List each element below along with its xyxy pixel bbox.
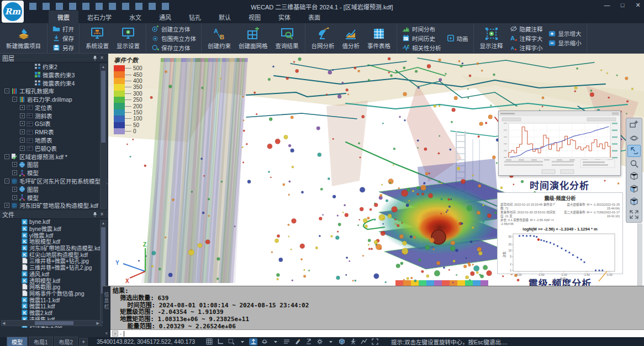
edit-check-icon[interactable] bbox=[68, 2, 77, 11]
scrollbar-thumb[interactable] bbox=[101, 227, 105, 293]
status-icon-caret[interactable] bbox=[326, 338, 335, 345]
tree-expander[interactable]: − bbox=[4, 154, 9, 159]
ribbon-button-显示增大[interactable]: 显示增大 bbox=[547, 29, 583, 38]
ribbon-button-时间分布[interactable]: 时间分布 bbox=[401, 24, 442, 33]
layer-tree-item[interactable]: −岩石力学.drillmap bbox=[0, 95, 108, 103]
tree-expander[interactable]: + bbox=[20, 113, 25, 118]
save-stack-icon[interactable] bbox=[55, 2, 64, 11]
layer-tree-item[interactable]: +模型 bbox=[0, 169, 108, 177]
tree-expander[interactable]: − bbox=[4, 179, 9, 184]
scroll-left-arrow[interactable]: ◀ bbox=[2, 321, 5, 326]
console-side-tab[interactable]: 信息栏 × bbox=[103, 286, 110, 338]
nav-tool-cube-solid[interactable] bbox=[627, 196, 641, 208]
scroll-up-arrow[interactable]: ▲ bbox=[101, 64, 106, 70]
layer-tree-item[interactable]: +地质表 bbox=[0, 136, 108, 144]
tree-expander[interactable]: − bbox=[12, 97, 17, 102]
menu-tab-默认[interactable]: 默认 bbox=[210, 11, 240, 23]
tree-expander[interactable]: + bbox=[4, 203, 9, 208]
menu-tab-钻孔[interactable]: 钻孔 bbox=[180, 11, 210, 23]
ribbon-button-显示设置[interactable]: 显示设置 bbox=[114, 27, 142, 50]
status-icon-brush[interactable] bbox=[293, 338, 302, 345]
tree-expander[interactable]: + bbox=[20, 146, 25, 151]
open-folder-icon[interactable] bbox=[42, 2, 50, 11]
ribbon-button-显示注释[interactable]: 显示注释 bbox=[478, 27, 505, 50]
tree-expander[interactable]: + bbox=[12, 162, 17, 167]
close-button[interactable]: ✕ bbox=[634, 2, 642, 9]
menu-tab-实体[interactable]: 实体 bbox=[270, 11, 299, 23]
status-icon-caret[interactable] bbox=[271, 338, 279, 345]
menu-tab-岩石力学[interactable]: 岩石力学 bbox=[78, 11, 120, 23]
layer-tree-item[interactable]: +GSI表 bbox=[0, 120, 108, 128]
tree-expander[interactable]: + bbox=[12, 187, 17, 192]
ribbon-button-动画[interactable]: 动画 bbox=[446, 34, 469, 43]
nav-tool-cube-face[interactable] bbox=[627, 183, 641, 195]
layer-tree-item[interactable]: +测斜表 bbox=[0, 112, 108, 120]
status-icon-rect-select[interactable] bbox=[227, 338, 235, 345]
ribbon-button-时间历史[interactable]: 时间历史 bbox=[401, 34, 442, 43]
nav-tool-expand-arrows[interactable] bbox=[627, 208, 641, 221]
pin-icon[interactable] bbox=[91, 54, 98, 61]
layer-tree-item[interactable]: 微震表约束3 bbox=[0, 71, 108, 79]
scroll-up-arrow[interactable]: ▲ bbox=[101, 221, 106, 226]
status-icon-gear[interactable] bbox=[315, 338, 324, 345]
ribbon-button-查询结果[interactable]: 查询结果 bbox=[273, 27, 301, 50]
layer-tree-item[interactable]: 微震表约束4 bbox=[0, 79, 108, 87]
layer-tree-item[interactable]: +巴顿Q表 bbox=[0, 144, 108, 153]
ribbon-button-注释字大[interactable]: A注释字大 bbox=[509, 34, 544, 43]
nav-tool-pan-hand[interactable] bbox=[627, 145, 641, 157]
undo-icon[interactable] bbox=[95, 2, 103, 11]
file-list-item[interactable]: 三维井巷+微震+钻孔2.jpg bbox=[0, 264, 108, 271]
tree-expander[interactable]: + bbox=[20, 138, 25, 143]
status-icon-runner[interactable] bbox=[349, 338, 357, 345]
tree-expander[interactable]: + bbox=[12, 170, 17, 175]
tree-expander[interactable]: + bbox=[12, 195, 17, 200]
scrollbar-thumb[interactable] bbox=[101, 71, 105, 143]
nav-tool-zoom-window[interactable] bbox=[627, 119, 641, 132]
doc-tab-模型[interactable]: 模型 bbox=[7, 337, 28, 346]
menu-tab-通风[interactable]: 通风 bbox=[150, 11, 180, 23]
status-icon-snap[interactable] bbox=[249, 338, 257, 345]
menu-tab-表面[interactable]: 表面 bbox=[299, 11, 329, 23]
layer-tree-item[interactable]: 约束2 bbox=[0, 62, 108, 71]
ribbon-button-显示缩小[interactable]: 显示缩小 bbox=[547, 39, 583, 48]
scrollbar-thumb[interactable] bbox=[35, 321, 73, 325]
right-panel-scrollbar[interactable] bbox=[637, 223, 642, 286]
layer-tree-item[interactable]: +模型 bbox=[0, 193, 108, 202]
ribbon-button-台网分析[interactable]: 台网分析 bbox=[309, 27, 337, 50]
file-list-item[interactable]: Kbyne微震.kdf bbox=[0, 226, 108, 232]
viewport-3d[interactable]: 事件个数 500450400350300250200150100500 Z Y … bbox=[108, 54, 644, 286]
console-close-icon[interactable]: × bbox=[105, 331, 108, 336]
menu-tab-水文[interactable]: 水文 bbox=[120, 11, 150, 23]
ribbon-button-打开[interactable]: 打开 bbox=[51, 24, 75, 33]
ribbon-button-相关性分析[interactable]: 相关性分析 bbox=[401, 43, 442, 52]
status-icon-sketch[interactable] bbox=[360, 338, 368, 345]
viewport-box-icon[interactable] bbox=[122, 2, 130, 11]
ribbon-button-包围壳立方体[interactable]: 包围壳立方体 bbox=[150, 34, 197, 43]
status-icon-caret[interactable] bbox=[238, 338, 246, 345]
ribbon-button-隐藏注释[interactable]: 隐藏注释 bbox=[509, 24, 544, 33]
status-icon-ortho[interactable] bbox=[216, 338, 224, 345]
layer-tree-item[interactable]: +RMR表 bbox=[0, 128, 108, 136]
menu-tab-视图[interactable]: 视图 bbox=[240, 11, 270, 23]
command-line[interactable]: > - bbox=[110, 329, 644, 337]
status-icon-cube[interactable] bbox=[337, 338, 346, 345]
layer-tree-item[interactable]: −区域岩爆预测.kdf * bbox=[0, 153, 108, 161]
layer-tree-item[interactable]: −毛坪矿区河东片区开拓系统模型 (1).k... bbox=[0, 177, 108, 185]
ribbon-button-创建面网格[interactable]: 创建面网格 bbox=[236, 27, 270, 50]
status-icon-expand[interactable] bbox=[371, 338, 379, 345]
layer-tree-item[interactable]: +定位表 bbox=[0, 103, 108, 112]
close-teal-icon[interactable] bbox=[135, 2, 143, 11]
add-layout-tab[interactable]: + bbox=[79, 338, 88, 346]
scroll-right-arrow[interactable]: ▶ bbox=[97, 321, 99, 326]
tree-expander[interactable]: + bbox=[20, 121, 25, 126]
ribbon-button-值分析[interactable]: 值分析 bbox=[340, 27, 362, 50]
ribbon-button-系统设置[interactable]: 系统设置 bbox=[83, 27, 111, 50]
menu-tab-微震[interactable]: 微震 bbox=[49, 11, 78, 23]
ribbon-button-保存立方体[interactable]: 保存立方体 bbox=[150, 43, 197, 52]
doc-tab-布局2[interactable]: 布局2 bbox=[54, 337, 78, 346]
layer-tree-item[interactable]: +图层 bbox=[0, 161, 108, 169]
file-list-item[interactable]: K微震11.kdf bbox=[0, 303, 108, 310]
maximize-button[interactable]: □ bbox=[619, 2, 626, 9]
pin-icon[interactable] bbox=[91, 211, 98, 218]
redo-icon[interactable] bbox=[108, 2, 117, 11]
